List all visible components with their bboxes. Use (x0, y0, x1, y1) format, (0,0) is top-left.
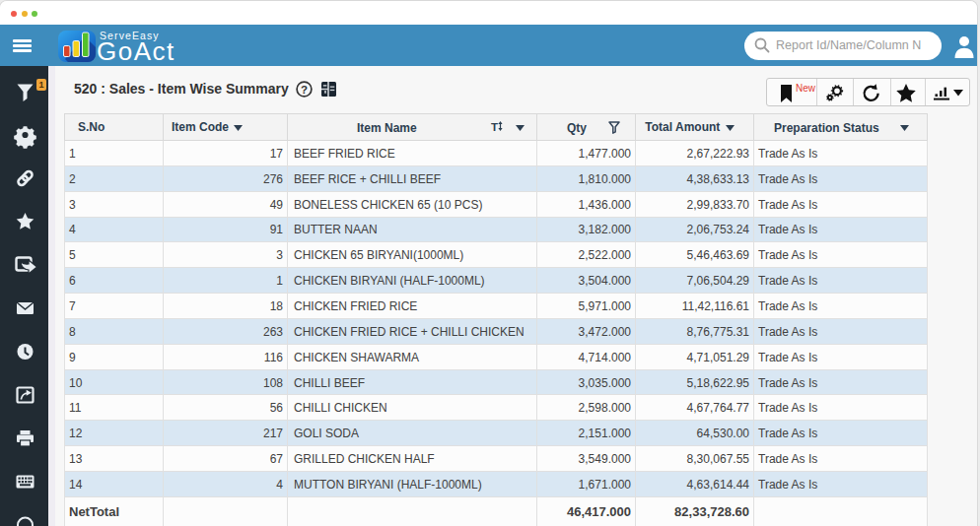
svg-text:?: ? (301, 84, 308, 96)
